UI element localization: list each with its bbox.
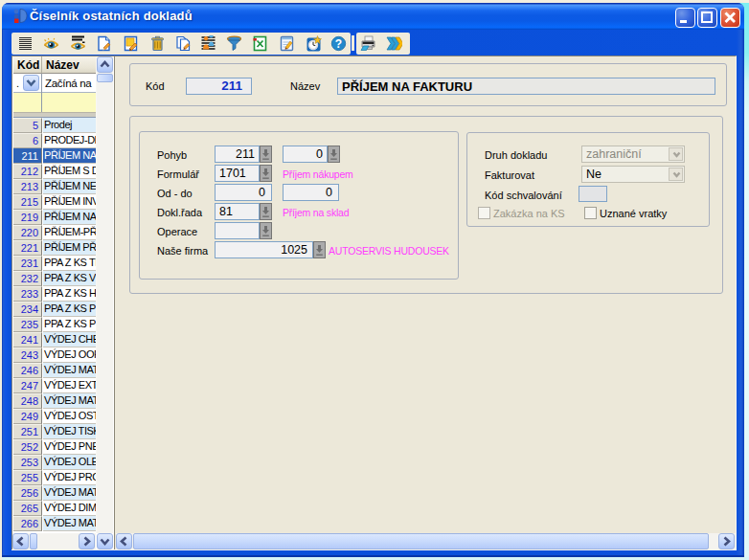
svg-text:?: ? [335,37,342,51]
